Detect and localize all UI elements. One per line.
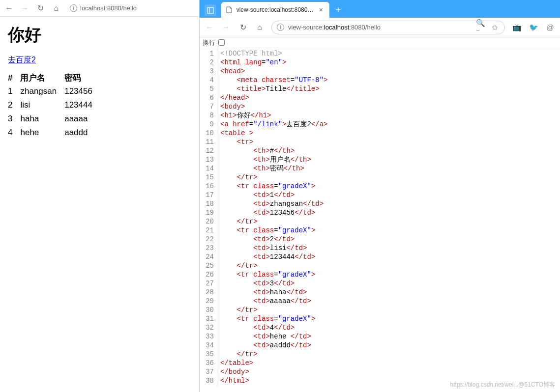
file-icon <box>226 6 233 13</box>
url-bar[interactable]: i view-source:localhost:8080/hello 🔍⁻ ✩ <box>271 21 505 34</box>
svg-rect-0 <box>207 7 213 13</box>
baidu-link[interactable]: 去百度2 <box>8 55 36 65</box>
table-header-row: # 用户名 密码 <box>8 71 100 84</box>
forward-button[interactable]: → <box>20 3 29 13</box>
source-area: 1234567891011121314151617181920212223242… <box>200 48 560 386</box>
tab-panel-icon[interactable] <box>205 4 216 16</box>
back-button[interactable]: ← <box>4 3 14 13</box>
table-row: 4heheaaddd <box>8 126 100 140</box>
browser-tab[interactable]: view-source:localhost:8080/hello × <box>221 2 329 18</box>
info-icon: i <box>277 24 284 31</box>
table-row: 3hahaaaaaa <box>8 112 100 126</box>
watermark: https://blog.csdn.net/wei...@51CTO博客 <box>450 381 555 389</box>
favorite-icon[interactable]: ✩ <box>490 23 500 32</box>
wrap-checkbox[interactable] <box>218 39 225 46</box>
col-username: 用户名 <box>20 71 64 84</box>
refresh-button[interactable]: ↻ <box>35 3 45 13</box>
page-content: 你好 去百度2 # 用户名 密码 1zhangsan123456 2lisi12… <box>0 17 199 146</box>
new-tab-button[interactable]: + <box>331 3 345 17</box>
forward-button[interactable]: → <box>221 23 231 32</box>
back-button[interactable]: ← <box>205 23 214 32</box>
url-text: localhost:8080/hello <box>80 4 137 12</box>
info-icon: i <box>70 4 77 12</box>
refresh-button[interactable]: ↻ <box>238 23 248 32</box>
wrap-toggle-row: 换行 <box>200 37 560 48</box>
left-url-bar[interactable]: i localhost:8080/hello <box>70 4 137 12</box>
data-table: # 用户名 密码 1zhangsan123456 2lisi123444 3ha… <box>8 71 100 140</box>
ext-bilibili-icon[interactable]: 📺 <box>512 23 522 32</box>
ext-bird-icon[interactable]: 🐦 <box>529 23 538 32</box>
close-tab-icon[interactable]: × <box>318 6 324 14</box>
tab-title: view-source:localhost:8080/hello <box>236 6 314 13</box>
right-browser-window: view-source:localhost:8080/hello × + ← →… <box>199 0 560 392</box>
table-row: 2lisi123444 <box>8 98 100 112</box>
table-row: 1zhangsan123456 <box>8 84 100 98</box>
url-text: view-source:localhost:8080/hello <box>288 24 472 31</box>
left-toolbar: ← → ↻ ⌂ i localhost:8080/hello <box>0 0 199 17</box>
col-password: 密码 <box>64 71 100 84</box>
col-index: # <box>8 71 20 84</box>
left-browser-window: ← → ↻ ⌂ i localhost:8080/hello 你好 去百度2 #… <box>0 0 199 392</box>
ext-mail-icon[interactable]: @ <box>545 23 555 32</box>
home-button[interactable]: ⌂ <box>255 23 265 32</box>
source-code: <!DOCTYPE html> <html lang="en"> <head> … <box>217 48 330 386</box>
wrap-label: 换行 <box>203 38 215 47</box>
line-gutter: 1234567891011121314151617181920212223242… <box>200 48 217 386</box>
page-heading: 你好 <box>8 24 191 46</box>
right-titlebar: view-source:localhost:8080/hello × + <box>200 0 560 18</box>
home-button[interactable]: ⌂ <box>51 3 61 13</box>
zoom-icon[interactable]: 🔍⁻ <box>476 23 486 32</box>
right-toolbar: ← → ↻ ⌂ i view-source:localhost:8080/hel… <box>200 18 560 37</box>
